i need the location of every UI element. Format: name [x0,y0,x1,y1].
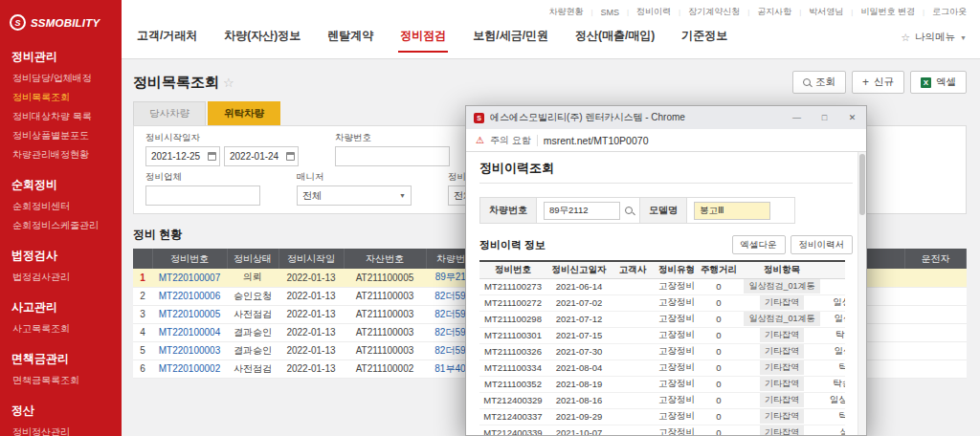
sidebar-item[interactable]: 차량관리배정현황 [11,145,110,164]
brand-logo[interactable]: S SSMOBILITY [0,0,122,38]
item-cell: 기타잡역 [738,392,826,408]
utility-link[interactable]: 비밀번호 변경 [860,6,915,18]
column-header: 정비상태 [227,249,278,269]
maintenance-no-link[interactable]: MT220100007 [159,272,221,283]
nav-item[interactable]: 차량(자산)정보 [222,22,302,53]
maintenance-no-cell: MT211100326 [479,343,546,360]
nav-item[interactable]: 보험/세금/민원 [471,22,550,53]
plus-icon: + [862,76,869,88]
asset-no-cell: AT211100003 [344,323,426,341]
popup-titlebar[interactable]: S 에스에스모빌리티(주) 렌터카시스템 - Chrome — □ ✕ [466,106,866,129]
history-row[interactable]: MT2111002722021-07-02고장정비0기타잡역일상점검/ 문짝 떨… [479,294,845,311]
warning-icon[interactable]: ⚠ [476,136,484,145]
search-button[interactable]: 조회 [792,71,846,94]
history-row[interactable]: MT2124003292021-08-16고장정비0기타잡역일상점검/스웨이지 … [479,392,845,408]
sidebar-item[interactable]: 정비정산관리 [11,423,110,436]
popup-section-row: 정비이력 정보 엑셀다운 정비이력서 [479,235,853,254]
popup-model-input[interactable] [694,202,770,220]
mileage-cell: 0 [700,343,738,360]
sidebar-item[interactable]: 순회정비스케줄관리 [11,216,110,235]
nav-item[interactable]: 정비점검 [398,22,448,53]
popup-window-title: 에스에스모빌리티(주) 렌터카시스템 - Chrome [490,111,783,124]
vendor-input[interactable] [145,185,260,206]
warning-label[interactable]: 주의 요함 [490,134,531,147]
history-row[interactable]: MT2111003342021-08-04고장정비0기타잡역탁송점검/DPF 계… [479,360,845,376]
tab[interactable]: 위탁차량 [208,101,280,125]
customer-cell [612,360,654,376]
maintenance-no-link[interactable]: MT220100005 [159,309,221,319]
nav-item[interactable]: 기준정보 [679,22,729,53]
asset-no-cell: AT211100005 [344,269,426,287]
utility-link[interactable]: 공지사항 [757,6,791,18]
sidebar-item[interactable]: 면책금목록조회 [11,371,110,390]
asset-no-cell: AT211100002 [344,360,426,378]
filter-vehicle-no: 차량번호 [335,132,450,166]
excel-button[interactable]: X엑셀 [910,71,967,94]
utility-link[interactable]: SMS [601,8,620,17]
calendar-icon[interactable] [286,152,295,161]
mileage-cell: 0 [700,311,738,327]
close-button[interactable]: ✕ [838,106,866,129]
maintenance-no-link[interactable]: MT220100003 [159,345,221,356]
detail-cell: 탁송점검/제빙용안전 [826,327,845,343]
sidebar-item[interactable]: 정비목록조회 [11,88,110,107]
maintenance-no-link[interactable]: MT220100006 [159,291,221,301]
history-row[interactable]: MT2111003522021-08-19고장정비0기타잡역탁송점검/ 전면 차… [479,376,845,392]
calendar-icon[interactable] [208,152,216,161]
manager-select[interactable]: 전체▼ [297,185,412,206]
scrollbar-thumb[interactable] [859,154,865,215]
utility-link[interactable]: 박서영님 [809,6,843,18]
nav-item[interactable]: 고객/거래처 [135,22,199,53]
maintenance-no-cell: MT220100002 [152,360,227,378]
maximize-button[interactable]: □ [811,106,838,129]
history-row[interactable]: MT2124003392021-10-07고장정비0기타잡역실 타이어 교환 1… [479,425,845,435]
tab[interactable]: 당사차량 [133,101,206,125]
sidebar-item[interactable]: 사고목록조회 [11,319,110,338]
favorite-star-icon[interactable]: ☆ [223,76,234,90]
new-button[interactable]: +신규 [852,71,904,94]
my-menu-button[interactable]: ☆ 나의메뉴 ▼ [901,31,967,53]
customer-cell [612,425,654,435]
history-row[interactable]: MT2111003262021-07-30고장정비0기타잡역일상점검/담 부주의… [479,343,845,360]
start-date-cell: 2022-01-13 [278,269,344,287]
maintenance-no-cell: MT211100352 [479,376,546,392]
minimize-button[interactable]: — [783,106,811,129]
maintenance-no-link[interactable]: MT220100004 [159,327,221,338]
mileage-cell: 0 [700,327,738,343]
utility-link[interactable]: 로그아웃 [932,6,967,18]
vehicle-no-label: 차량번호 [480,198,537,223]
history-row[interactable]: MT2111002982021-07-12고장정비0일상점검_01계통일상점검/… [479,311,845,327]
sidebar-section: 면책금관리면책금목록조회 [0,340,122,392]
popup-body: 정비이력조회 차량번호 모델명 정비이력 정보 엑셀다운 정비이력서 정비번호정… [466,152,866,435]
maintenance-no-cell: MT211100301 [479,327,546,343]
history-row[interactable]: MT2111002732021-06-14고장정비0일상점검_01계통일상점검 [479,278,845,294]
mileage-cell: 0 [700,294,738,311]
item-chip: 일상점검_01계통 [744,312,819,326]
popup-vehicle-no-input[interactable] [544,202,620,220]
report-date-cell: 2021-08-16 [546,392,612,408]
sidebar-item[interactable]: 순회정비센터 [11,197,110,216]
maintenance-no-cell: MT211100298 [479,311,546,327]
filter-manager: 매니저 전체▼ [297,171,412,206]
sidebar-item[interactable]: 정비담당/업체배정 [11,69,110,88]
nav-item[interactable]: 정산(매출/매입) [573,22,657,53]
column-header: 정비신고일자 [546,261,612,278]
maintenance-report-button[interactable]: 정비이력서 [791,235,854,254]
history-row[interactable]: MT2111003012021-07-15고장정비0기타잡역탁송점검/제빙용안전 [479,327,845,343]
sidebar-item[interactable]: 정비상품별분포도 [11,126,110,145]
search-icon[interactable] [625,207,633,214]
nav-item[interactable]: 렌탈계약 [325,22,375,53]
mileage-cell: 0 [700,408,738,425]
sidebar-item[interactable]: 법정검사관리 [11,268,110,287]
utility-link[interactable]: 장기계약신청 [688,6,740,18]
sidebar-item[interactable]: 정비대상차량 목록 [11,107,110,126]
status-cell: 결과승인 [227,323,278,341]
excel-download-button[interactable]: 엑셀다운 [732,235,786,254]
brand-text: SSMOBILITY [31,17,100,29]
vehicle-no-input[interactable] [335,146,450,166]
history-row[interactable]: MT2124003372021-09-29고장정비0기타잡역탁송점검/사고 수리 [479,408,845,425]
utility-link[interactable]: 차량현황 [548,6,583,18]
utility-link[interactable]: 정비이력 [636,6,671,18]
popup-scrollbar[interactable] [858,152,866,435]
maintenance-no-link[interactable]: MT220100002 [159,363,221,374]
